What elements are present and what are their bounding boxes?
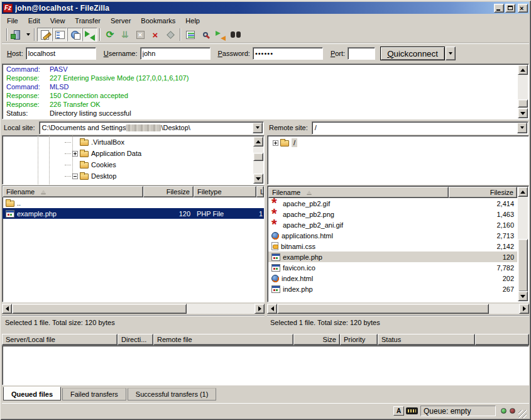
host-input[interactable] (26, 47, 96, 60)
menu-bookmarks[interactable]: Bookmarks (136, 16, 180, 26)
tree-item-cookies[interactable]: Cookies (3, 159, 253, 170)
minimize-button[interactable] (494, 4, 504, 13)
menu-help[interactable]: Help (180, 16, 205, 26)
local-list-hscrollbar[interactable] (2, 304, 265, 314)
column-header-size[interactable]: Size (293, 334, 340, 345)
table-row[interactable]: apache_pb2.png1,463 (268, 209, 517, 219)
sync-browsing-icon (216, 31, 226, 39)
synchronized-browsing-button[interactable] (213, 28, 228, 41)
remote-list-hscrollbar[interactable] (267, 304, 529, 314)
scroll-down-button[interactable] (253, 174, 263, 184)
scroll-right-button[interactable] (519, 304, 529, 314)
log-scrollbar[interactable] (518, 65, 528, 118)
scroll-right-button[interactable] (255, 304, 265, 314)
port-input[interactable] (348, 47, 375, 60)
remote-site-combobox[interactable]: / (312, 121, 528, 135)
cancel-operation-button[interactable]: × (133, 28, 148, 41)
scrollbar-thumb[interactable] (518, 239, 528, 292)
table-row[interactable]: favicon.ico7,782 (268, 262, 517, 273)
scroll-left-button[interactable] (2, 304, 12, 314)
table-row[interactable]: bitnami.css2,142 (268, 241, 517, 251)
tree-expander[interactable] (72, 174, 78, 179)
column-header-priority[interactable]: Priority (340, 334, 378, 345)
process-queue-button[interactable]: ⇊ (118, 28, 133, 41)
toggle-message-log-button[interactable] (37, 28, 52, 41)
message-log[interactable]: Command:PASV Response:227 Entering Passi… (2, 64, 529, 119)
scrollbar-thumb[interactable] (12, 304, 187, 314)
column-header-server-local-file[interactable]: Server/Local file (2, 334, 118, 345)
scroll-up-button[interactable] (253, 136, 263, 146)
menu-file[interactable]: File (2, 16, 23, 26)
directory-comparison-button[interactable] (198, 28, 213, 41)
password-input[interactable] (253, 47, 323, 60)
table-row-selected[interactable]: example.php 120 PHP File 1 (3, 208, 264, 219)
scroll-down-button[interactable] (518, 108, 528, 118)
column-header-filetype[interactable]: Filetype (194, 186, 256, 197)
column-header-filename[interactable]: Filename (3, 186, 143, 197)
scroll-up-button[interactable] (518, 187, 528, 197)
toggle-remote-tree-button[interactable] (67, 28, 82, 41)
table-row[interactable]: index.php267 (268, 284, 517, 294)
toggle-local-tree-button[interactable] (52, 28, 67, 41)
speed-limits-icon[interactable] (406, 407, 418, 414)
scrollbar-thumb[interactable] (253, 153, 263, 161)
directory-listing-filters-button[interactable] (183, 28, 198, 41)
table-row[interactable]: index.html202 (268, 273, 517, 284)
menu-server[interactable]: Server (106, 16, 136, 26)
quickconnect-button[interactable]: Quickconnect (380, 47, 445, 60)
tree-expander[interactable] (72, 151, 78, 157)
toggle-transfer-queue-button[interactable] (82, 28, 97, 41)
local-site-combobox[interactable]: C:\Documents and Settings\Desktop\ (39, 121, 264, 135)
remote-list-scrollbar[interactable] (518, 187, 528, 301)
transfer-type-ascii-icon[interactable]: A (393, 406, 404, 416)
tab-queued-files[interactable]: Queued files (3, 387, 61, 401)
local-directory-tree[interactable]: .VirtualBox Application Data Cookies Des… (2, 135, 265, 185)
scroll-down-button[interactable] (518, 291, 528, 301)
remote-file-list[interactable]: Filename Filesize apache_pb2.gif2,414 ap… (267, 185, 529, 302)
scroll-left-button[interactable] (267, 304, 277, 314)
table-row[interactable]: .. (3, 197, 264, 208)
site-manager-dropdown-button[interactable] (25, 28, 32, 41)
column-header-direction[interactable]: Directi... (118, 334, 153, 345)
username-input[interactable] (140, 47, 211, 60)
column-header-status[interactable]: Status (378, 334, 475, 345)
column-header-filesize[interactable]: Filesize (143, 186, 194, 197)
scroll-up-button[interactable] (518, 65, 528, 75)
column-header-remote-file[interactable]: Remote file (153, 334, 293, 345)
tree-expander[interactable] (273, 140, 278, 146)
local-file-list[interactable]: Filename Filesize Filetype L .. example.… (2, 185, 265, 302)
close-button[interactable]: × (518, 4, 528, 13)
menu-transfer[interactable]: Transfer (70, 16, 106, 26)
table-row[interactable]: applications.html2,713 (268, 230, 517, 241)
tab-successful-transfers[interactable]: Successful transfers (1) (128, 388, 217, 401)
scrollbar-thumb[interactable] (518, 99, 528, 108)
column-header-filesize[interactable]: Filesize (449, 187, 517, 198)
maximize-button[interactable] (505, 4, 515, 13)
local-tree-scrollbar[interactable] (253, 136, 263, 184)
local-site-dropdown-button[interactable] (253, 123, 263, 133)
disconnect-button[interactable]: × (148, 28, 163, 41)
resize-grip[interactable] (518, 410, 527, 418)
menu-edit[interactable]: Edit (23, 16, 45, 26)
table-row[interactable]: apache_pb2_ani.gif2,160 (268, 219, 517, 230)
quickconnect-dropdown-button[interactable] (446, 47, 456, 60)
tree-item-root[interactable]: / (268, 137, 528, 148)
reconnect-button[interactable] (163, 28, 178, 41)
queue-list[interactable] (2, 345, 529, 385)
refresh-button[interactable]: ⟳ (102, 28, 118, 41)
scrollbar-thumb[interactable] (277, 304, 489, 314)
column-header-last-modified[interactable]: L (256, 186, 264, 197)
tab-failed-transfers[interactable]: Failed transfers (62, 388, 126, 401)
column-header-filename[interactable]: Filename (268, 187, 449, 198)
tree-item-virtualbox[interactable]: .VirtualBox (3, 136, 253, 148)
table-row-selected[interactable]: example.php120 (268, 251, 517, 262)
tree-item-application-data[interactable]: Application Data (3, 148, 253, 159)
titlebar[interactable]: Fz john@localhost - FileZilla × (2, 2, 529, 14)
table-row[interactable]: apache_pb2.gif2,414 (268, 198, 517, 209)
site-manager-button[interactable] (9, 28, 25, 41)
menu-view[interactable]: View (45, 16, 70, 26)
remote-site-dropdown-button[interactable] (517, 123, 527, 133)
tree-item-desktop[interactable]: Desktop (3, 170, 253, 182)
find-files-button[interactable] (228, 28, 243, 41)
remote-directory-tree[interactable]: / (267, 135, 529, 185)
